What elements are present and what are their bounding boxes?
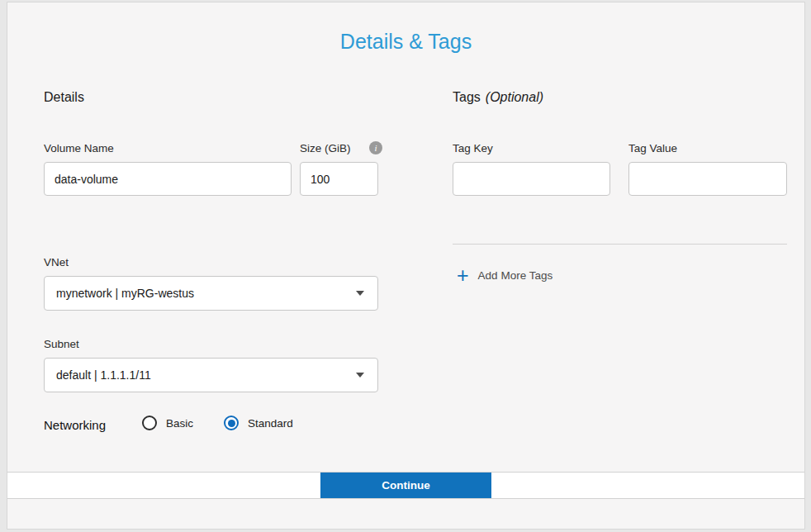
volume-name-input[interactable] xyxy=(44,162,292,196)
radio-standard-circle xyxy=(224,416,239,430)
tag-value-label: Tag Value xyxy=(628,142,677,154)
tag-value-input[interactable] xyxy=(628,162,787,196)
continue-button[interactable]: Continue xyxy=(320,473,491,498)
vnet-select-value: mynetwork | myRG-westus xyxy=(56,287,194,300)
radio-standard[interactable]: Standard xyxy=(224,416,293,430)
tags-section-heading: Tags(Optional) xyxy=(453,90,543,105)
add-more-tags-label: Add More Tags xyxy=(478,269,553,282)
tag-key-label: Tag Key xyxy=(453,142,493,154)
volume-name-label: Volume Name xyxy=(44,142,114,154)
radio-basic[interactable]: Basic xyxy=(142,416,193,430)
footer-bar: Continue xyxy=(7,472,804,499)
info-icon[interactable]: i xyxy=(369,141,382,154)
networking-label: Networking xyxy=(44,418,106,432)
vnet-select[interactable]: mynetwork | myRG-westus xyxy=(44,276,378,311)
details-tags-panel: Details & Tags Details Volume Name Size … xyxy=(7,2,805,530)
subnet-select-value: default | 1.1.1.1/11 xyxy=(56,368,151,382)
subnet-label: Subnet xyxy=(44,338,79,350)
tags-divider xyxy=(453,244,787,245)
radio-basic-circle xyxy=(142,416,157,430)
size-label: Size (GiB) xyxy=(300,142,351,154)
radio-standard-label: Standard xyxy=(248,417,293,430)
add-more-tags-button[interactable]: + Add More Tags xyxy=(457,267,553,283)
plus-icon: + xyxy=(457,267,469,283)
subnet-select[interactable]: default | 1.1.1.1/11 xyxy=(44,358,378,392)
size-input[interactable] xyxy=(300,162,378,196)
chevron-down-icon xyxy=(356,373,364,378)
tags-heading-text: Tags xyxy=(453,90,481,104)
vnet-label: VNet xyxy=(44,256,69,268)
radio-basic-label: Basic xyxy=(166,417,193,430)
tags-optional-text: (Optional) xyxy=(486,90,543,104)
page-title: Details & Tags xyxy=(7,30,804,54)
chevron-down-icon xyxy=(356,291,364,296)
tag-key-input[interactable] xyxy=(453,162,610,196)
details-section-heading: Details xyxy=(44,90,84,105)
